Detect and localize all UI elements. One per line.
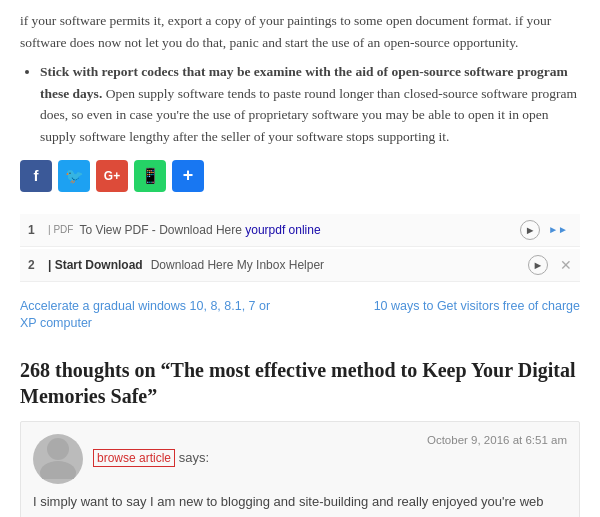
comment-author-1: browse article says: <box>93 450 209 465</box>
comment-avatar-1 <box>33 434 83 484</box>
page-container: if your software permits it, export a co… <box>0 0 600 517</box>
comment-card-1: October 9, 2016 at 6:51 am browse articl… <box>20 421 580 517</box>
google-icon: G+ <box>104 169 120 183</box>
ad-number-2: 2 <box>28 258 42 272</box>
whatsapp-share-button[interactable]: 📱 <box>134 160 166 192</box>
comments-section: October 9, 2016 at 6:51 am browse articl… <box>0 421 600 517</box>
article-content: if your software permits it, export a co… <box>0 0 600 214</box>
bullet-list: Stick with report codecs that may be exa… <box>40 61 580 147</box>
nav-link-right[interactable]: 10 ways to Get visitors free of charge <box>374 298 580 333</box>
ad-arrow-2[interactable]: ► <box>528 255 548 275</box>
ad-close-2[interactable]: ✕ <box>560 257 572 273</box>
facebook-icon: f <box>34 167 39 184</box>
share-button[interactable]: + <box>172 160 204 192</box>
ad-type-2: | Start Download <box>48 258 143 272</box>
twitter-icon: 🐦 <box>65 167 84 185</box>
svg-point-0 <box>47 438 69 460</box>
ad-row-1[interactable]: 1 | PDF To View PDF - Download Here your… <box>20 214 580 247</box>
share-icon: + <box>183 165 194 186</box>
comment-header-1: October 9, 2016 at 6:51 am browse articl… <box>33 434 567 484</box>
google-share-button[interactable]: G+ <box>96 160 128 192</box>
ad-link-1[interactable]: yourpdf online <box>245 223 320 237</box>
social-share-bar: f 🐦 G+ 📱 + <box>20 160 580 192</box>
bullet2-rest: Open supply software tends to paste roun… <box>40 86 577 144</box>
nav-links: Accelerate a gradual windows 10, 8, 8.1,… <box>0 288 600 343</box>
comment-says-1: says: <box>179 450 209 465</box>
comment-meta-1: October 9, 2016 at 6:51 am browse articl… <box>93 434 567 466</box>
article-text-1: if your software permits it, export a co… <box>20 10 580 53</box>
whatsapp-icon: 📱 <box>141 167 160 185</box>
comment-body-1: I simply want to say I am new to bloggin… <box>33 492 567 517</box>
comment-author-link-1[interactable]: browse article <box>93 449 175 467</box>
ad-text-2: Download Here My Inbox Helper <box>151 258 528 272</box>
ad-number-1: 1 <box>28 223 42 237</box>
bullet-item-2: Stick with report codecs that may be exa… <box>40 61 580 147</box>
svg-point-1 <box>40 461 76 479</box>
ad-arrow-1[interactable]: ► <box>520 220 540 240</box>
ad-badge-1: ►► <box>548 224 568 235</box>
ad-row-2[interactable]: 2 | Start Download Download Here My Inbo… <box>20 249 580 282</box>
comment-date-1: October 9, 2016 at 6:51 am <box>93 434 567 446</box>
ad-text-1: To View PDF - Download Here yourpdf onli… <box>79 223 520 237</box>
ad-label-1: | PDF <box>48 224 73 235</box>
ads-container: 1 | PDF To View PDF - Download Here your… <box>0 214 600 282</box>
user-avatar-icon <box>34 431 82 486</box>
nav-link-left[interactable]: Accelerate a gradual windows 10, 8, 8.1,… <box>20 298 289 333</box>
facebook-share-button[interactable]: f <box>20 160 52 192</box>
twitter-share-button[interactable]: 🐦 <box>58 160 90 192</box>
section-heading: 268 thoughts on “The most effective meth… <box>0 349 600 421</box>
